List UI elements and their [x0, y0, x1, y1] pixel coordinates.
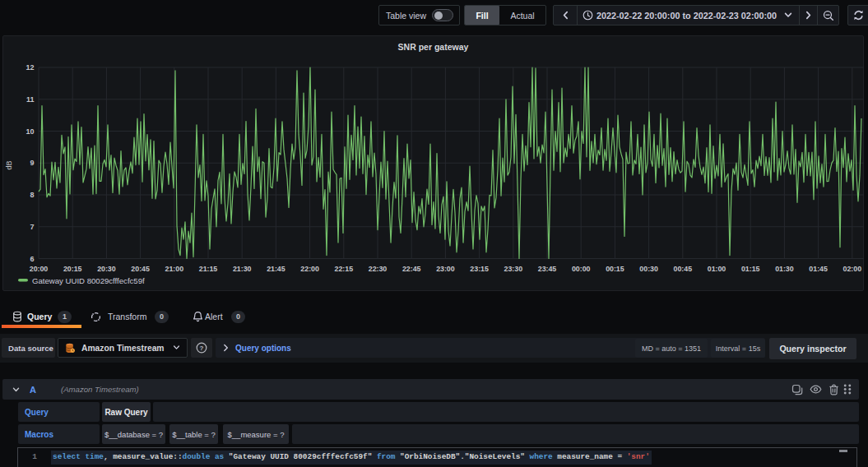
svg-text:01:00: 01:00 — [708, 265, 726, 273]
svg-text:7: 7 — [30, 223, 34, 231]
svg-text:9: 9 — [30, 159, 34, 167]
svg-text:02:00: 02:00 — [843, 265, 862, 273]
svg-text:6: 6 — [30, 255, 34, 263]
svg-text:01:45: 01:45 — [809, 265, 828, 273]
svg-text:21:00: 21:00 — [165, 265, 184, 273]
svg-text:21:15: 21:15 — [199, 265, 218, 273]
svg-text:22:30: 22:30 — [369, 265, 388, 273]
svg-text:00:15: 00:15 — [606, 265, 624, 273]
svg-text:00:00: 00:00 — [572, 265, 591, 273]
svg-text:23:30: 23:30 — [504, 265, 523, 273]
svg-text:10: 10 — [26, 127, 34, 136]
svg-text:20:00: 20:00 — [30, 265, 49, 273]
svg-text:8: 8 — [30, 191, 34, 199]
svg-text:dB: dB — [5, 160, 13, 169]
svg-text:01:30: 01:30 — [775, 265, 794, 273]
svg-text:22:15: 22:15 — [335, 265, 354, 273]
svg-text:Gateway UUID 80029cfffecfc59f: Gateway UUID 80029cfffecfc59f — [32, 276, 145, 285]
svg-text:23:45: 23:45 — [538, 265, 557, 273]
svg-text:20:15: 20:15 — [63, 265, 82, 273]
svg-text:22:00: 22:00 — [300, 265, 319, 273]
svg-text:21:30: 21:30 — [233, 265, 252, 273]
svg-text:12: 12 — [26, 63, 34, 72]
svg-text:22:45: 22:45 — [402, 265, 421, 273]
svg-text:20:30: 20:30 — [97, 265, 116, 273]
svg-text:23:00: 23:00 — [436, 265, 455, 273]
svg-text:23:15: 23:15 — [470, 265, 489, 273]
svg-text:00:30: 00:30 — [639, 265, 658, 273]
svg-text:20:45: 20:45 — [131, 265, 150, 273]
svg-text:21:45: 21:45 — [267, 265, 285, 273]
svg-text:?: ? — [200, 344, 204, 352]
svg-text:11: 11 — [26, 95, 35, 104]
svg-text:00:45: 00:45 — [674, 265, 693, 273]
svg-text:01:15: 01:15 — [741, 265, 760, 273]
